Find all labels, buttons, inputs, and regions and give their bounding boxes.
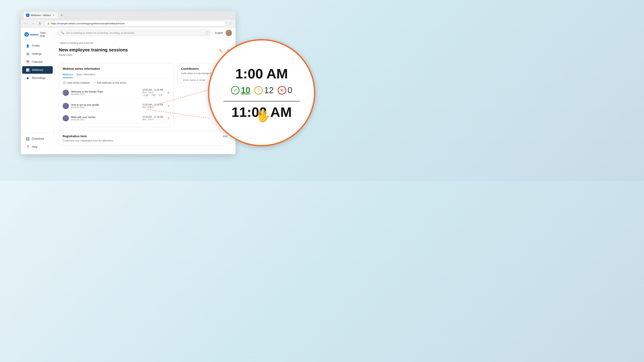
search-bar[interactable]: 🔍 Join a meeting or search for a meeting… (58, 29, 212, 36)
tab-webinars[interactable]: Webinars (62, 73, 73, 78)
sidebar-download-label: Download (32, 137, 44, 140)
accepted-badge: ✓ 10 (142, 94, 149, 97)
registration-title: Registration form (62, 134, 87, 138)
tab-favicon: W (26, 14, 29, 17)
edit-button[interactable]: ✏️ (218, 48, 224, 54)
pending-count: 12 (153, 94, 155, 96)
webinar-stats-1: ✓ 10 ? 12 ✕ (142, 94, 164, 97)
accepted-circle-icon: ✓ (231, 86, 240, 94)
avatar-image (226, 30, 232, 36)
url-text: https://example.webex.com/webappng/sites… (51, 22, 125, 25)
browser-window: W Webinars - Webex ✕ + ← → ↻ 🔒 https://e… (21, 11, 236, 154)
lock-icon: 🔒 (47, 22, 50, 24)
webinar-title-1: Welcome to the Design Team (71, 90, 140, 93)
accepted-number: 10 (241, 86, 250, 95)
webinar-time-3: 10:00 AM - 11:00 AM (142, 116, 163, 118)
recordings-icon: ⏺ (26, 76, 30, 80)
tab-basic-info[interactable]: Basic information (76, 73, 95, 78)
edit-registration-link[interactable]: Edit (223, 135, 227, 138)
svg-point-0 (26, 33, 28, 35)
webinar-item-2: How to set up your profile Amanda Sinu 1… (62, 101, 170, 111)
declined-number: 0 (288, 86, 292, 95)
sidebar-nav: 👤 Profile ⚙️ Settings 📅 Calendar 📊 Webin… (21, 42, 54, 132)
sidebar-profile-label: Profile (32, 44, 40, 47)
webinar-avatar-1 (62, 90, 69, 96)
back-link[interactable]: ‹ Back to meeting and event list (59, 41, 231, 44)
pending-number: 12 (264, 86, 274, 95)
download-icon: ⬇️ (26, 137, 30, 141)
magnify-cursor: 🖐 (256, 109, 270, 123)
webinar-title-3: Meet with your mentor (71, 116, 140, 118)
webinar-time-2: 10:00 AM - 11:00 AM (142, 103, 163, 106)
webinar-avatar-2 (62, 103, 69, 109)
tab-close-button[interactable]: ✕ (52, 14, 55, 17)
back-button[interactable]: ← (23, 21, 28, 26)
declined-badge: ✕ 0 (158, 94, 163, 97)
sidebar-help-label: Help (32, 145, 38, 148)
webinar-title-2: How to set up your profile (71, 103, 140, 106)
webinar-time-1: 10:00 AM - 11:00 AM (142, 89, 164, 91)
browser-titlebar: W Webinars - Webex ✕ + (21, 11, 236, 19)
address-bar[interactable]: 🔒 https://example.webex.com/webappng/sit… (44, 20, 226, 26)
language-button[interactable]: English (215, 31, 223, 34)
webinar-info-3: Meet with your mentor Amanda Sinu (71, 116, 140, 121)
sidebar-item-profile[interactable]: 👤 Profile (22, 42, 53, 50)
add-webinar-button[interactable]: ＋ Add webinars to this series (94, 81, 126, 84)
product-name-text: User Hub (40, 31, 50, 37)
sidebar-bottom: ⬇️ Download ❓ Help (21, 132, 54, 151)
settings-icon: ⚙️ (26, 52, 30, 56)
sidebar-webinars-label: Webinars (32, 68, 43, 71)
registration-section: Registration form Edit Customize your re… (59, 131, 231, 146)
series-tabs: Webinars Basic information (62, 73, 170, 78)
browser-nav: ← → ↻ 🔒 https://example.webex.com/webapp… (21, 19, 236, 28)
calendar-icon: 📅 (26, 60, 30, 64)
search-icon: 🔍 (61, 31, 64, 34)
magnify-pending-item: ? 12 (254, 86, 274, 95)
webinar-host-1: Amanda Sinu (71, 93, 140, 95)
check-stat-icon: ✓ (144, 94, 145, 96)
magnify-accepted-item: ✓ 10 (231, 86, 250, 95)
webex-brand-text: webex (30, 33, 39, 36)
x-stat-icon: ✕ (159, 94, 160, 96)
copy-invitation-button[interactable]: 📋 Copy series invitation (62, 81, 90, 84)
new-tab-button[interactable]: + (59, 13, 64, 18)
copy-label: Copy series invitation (67, 81, 90, 84)
back-arrow-icon: ‹ (59, 41, 60, 44)
profile-icon: 👤 (26, 44, 30, 48)
registration-card: Registration form Edit Customize your re… (59, 131, 231, 146)
magnify-stats-row: ✓ 10 ? 12 ✕ 0 (214, 83, 310, 97)
sidebar-item-webinars[interactable]: 📊 Webinars (22, 66, 53, 74)
magnify-content: 1:00 AM ✓ 10 ? 12 ✕ 0 11:00 AM 🖐 (209, 40, 314, 145)
webinar-list: Welcome to the Design Team Amanda Sinu 1… (62, 87, 170, 123)
forward-button[interactable]: → (30, 21, 36, 26)
webinar-item: Welcome to the Design Team Amanda Sinu 1… (62, 87, 170, 99)
sidebar-item-calendar[interactable]: 📅 Calendar (22, 58, 53, 66)
refresh-button[interactable]: ↻ (37, 21, 43, 26)
magnify-divider (224, 101, 300, 101)
sidebar-recordings-label: Recordings (32, 76, 46, 79)
webinar-date-2: Mon, Feb 8 (142, 106, 163, 108)
back-link-text: Back to meeting and event list (60, 41, 94, 44)
active-tab[interactable]: W Webinars - Webex ✕ (24, 12, 58, 18)
webinars-icon: 📊 (26, 68, 30, 72)
help-icon: ❓ (26, 145, 30, 149)
copy-icon: 📋 (62, 81, 66, 84)
pending-circle-icon: ? (254, 86, 263, 94)
sidebar-item-help[interactable]: ❓ Help (22, 143, 53, 151)
delete-webinar-2[interactable]: 🗑 (167, 104, 170, 107)
sidebar-item-settings[interactable]: ⚙️ Settings (22, 50, 53, 58)
webinar-date-3: Mon, Feb 8 (142, 118, 163, 121)
webinar-info-2: How to set up your profile Amanda Sinu (71, 103, 140, 109)
sidebar-item-download[interactable]: ⬇️ Download (22, 135, 53, 143)
avatar[interactable] (226, 30, 232, 36)
app-content: webex User Hub 👤 Profile ⚙️ Settings 📅 C… (21, 28, 236, 154)
sidebar-item-recordings[interactable]: ⏺ Recordings (22, 74, 53, 82)
menu-button[interactable]: ⋮ (228, 21, 233, 26)
info-icon[interactable]: i (206, 31, 209, 35)
webinar-host-2: Amanda Sinu (71, 106, 140, 109)
delete-webinar-1[interactable]: 🗑 (167, 91, 170, 94)
webinar-avatar-3 (62, 115, 69, 121)
registration-header: Registration form Edit (62, 134, 227, 138)
delete-webinar-3[interactable]: 🗑 (167, 117, 170, 120)
webinar-date-1: Mon, Feb 8 (142, 91, 164, 94)
